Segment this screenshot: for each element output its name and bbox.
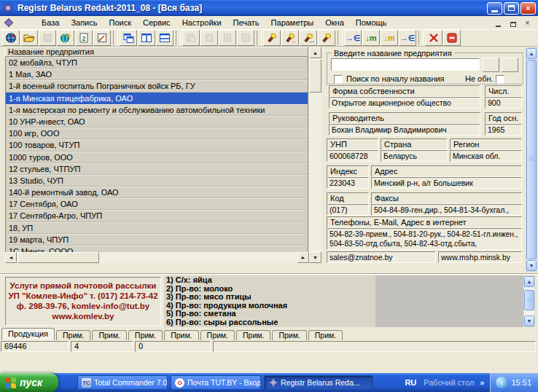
- list-vertical-scrollbar[interactable]: ▲ ▼: [309, 47, 321, 263]
- list-item[interactable]: 100 товаров, ЧТУП: [6, 139, 308, 151]
- menu-item[interactable]: Печать: [227, 17, 265, 28]
- director-field[interactable]: Бохан Владимир Владимирович: [329, 124, 480, 136]
- start-button[interactable]: пуск: [0, 373, 58, 392]
- scroll-up-arrow[interactable]: ▲: [309, 47, 321, 58]
- scroll-up-arrow[interactable]: ▲: [526, 48, 537, 59]
- phones-field[interactable]: 504-82-39-прием., 504-81-20-рук., 504-82…: [327, 228, 522, 250]
- menu-item[interactable]: Параметры: [265, 17, 320, 28]
- scroll-left-arrow[interactable]: ◄: [5, 252, 17, 263]
- scroll-thumb[interactable]: [17, 252, 99, 263]
- globe-sync-button[interactable]: [57, 30, 74, 46]
- list-item[interactable]: 1-я мастерская по ремонту и обслуживанию…: [6, 104, 308, 116]
- unp-field[interactable]: 600068728: [327, 150, 378, 162]
- list-item[interactable]: 12 стульев, ЧТПУП: [6, 163, 308, 175]
- toolbar-chevron[interactable]: »: [477, 378, 487, 387]
- search-dialog-button[interactable]: …: [300, 30, 317, 46]
- tab[interactable]: Прим.: [308, 330, 343, 340]
- country-field[interactable]: Беларусь: [381, 150, 448, 162]
- address-field[interactable]: Минский р-н, а/г Большевик: [371, 177, 522, 189]
- list-item[interactable]: 1-й военный госпиталь Пограничных войск …: [6, 80, 308, 92]
- menu-item[interactable]: Запись: [65, 17, 103, 28]
- database-globe-button[interactable]: [2, 30, 20, 46]
- restore-button[interactable]: [504, 2, 519, 15]
- desktop-toolbar-label[interactable]: Рабочий стол: [421, 378, 477, 387]
- mdi-close-button[interactable]: ×: [523, 19, 532, 27]
- merge-down-alt-button[interactable]: ↓m: [381, 30, 398, 46]
- merge-down-button[interactable]: ↓m: [362, 30, 380, 46]
- tile-vertical-button[interactable]: [138, 30, 155, 46]
- search-again-button[interactable]: [318, 30, 335, 46]
- append-to-set-alt-button[interactable]: →∈: [399, 30, 416, 46]
- scroll-thumb[interactable]: [524, 290, 534, 310]
- region-field[interactable]: Минская обл.: [450, 150, 522, 162]
- products-scrollbar[interactable]: ▲ ▼: [523, 275, 535, 327]
- scroll-thumb[interactable]: [526, 60, 537, 259]
- scroll-down-arrow[interactable]: ▼: [309, 251, 321, 263]
- email-field[interactable]: sales@znatnoe.by: [327, 251, 436, 263]
- list-item[interactable]: 1000 туров, ООО: [6, 152, 308, 163]
- list-item[interactable]: 18, УП: [6, 222, 308, 234]
- list-item[interactable]: 13 Studio, ЧУП: [6, 175, 308, 187]
- phone-code-field[interactable]: (017): [327, 204, 369, 216]
- tab[interactable]: Прим.: [128, 330, 163, 340]
- list-item[interactable]: 140-й ремонтный завод, ОАО: [6, 187, 308, 198]
- postcode-field[interactable]: 223043: [327, 177, 369, 189]
- list-item[interactable]: 1 Мая, ЗАО: [6, 68, 308, 80]
- task-total-commander[interactable]: TC Total Commander 7.0...: [77, 375, 168, 390]
- company-search-input[interactable]: [331, 58, 480, 71]
- minimize-button[interactable]: [487, 2, 502, 15]
- search-next-button[interactable]: →: [281, 30, 299, 46]
- menu-item[interactable]: Помощь: [350, 17, 393, 28]
- menu-item[interactable]: Сервис: [137, 17, 176, 28]
- task-registr-belarus[interactable]: Registr Belarus Reda...: [264, 375, 373, 390]
- edit-record-button[interactable]: [93, 30, 111, 46]
- staff-field[interactable]: 900: [485, 97, 522, 109]
- tab[interactable]: Прим.: [56, 330, 90, 340]
- open-second-base-button[interactable]: 2: [75, 30, 93, 46]
- tab[interactable]: Прим.: [236, 330, 270, 340]
- scroll-up-arrow[interactable]: ▲: [524, 276, 534, 287]
- list-horizontal-scrollbar[interactable]: ◄ ►: [5, 252, 309, 263]
- mdi-minimize-button[interactable]: [494, 19, 503, 27]
- search-by-start-checkbox[interactable]: [334, 75, 343, 84]
- cascade-windows-button[interactable]: [120, 30, 137, 46]
- list-item[interactable]: 10 УНР-инвест, ОАО: [6, 116, 308, 128]
- open-folder-button[interactable]: [20, 30, 38, 46]
- delete-record-button[interactable]: [425, 30, 443, 46]
- menu-item[interactable]: Настройки: [176, 17, 227, 28]
- detail-scrollbar[interactable]: ▲ ▼: [526, 47, 537, 272]
- founded-field[interactable]: 1965: [485, 124, 522, 136]
- tab[interactable]: Прим.: [272, 330, 306, 340]
- tab[interactable]: Продукция: [1, 328, 55, 340]
- task-mail-opera[interactable]: O Почта TUT.BY - Вход...: [171, 375, 261, 390]
- search-extra-button-2[interactable]: [502, 58, 518, 72]
- tab[interactable]: Прим.: [164, 330, 198, 340]
- list-item[interactable]: 17 Сентября, ОАО: [6, 198, 308, 210]
- list-item[interactable]: 1-я Минская птицефабрика, ОАО: [6, 93, 308, 104]
- list-item[interactable]: 02 мобайлз, ЧТУП: [6, 57, 308, 68]
- language-indicator[interactable]: RU: [400, 378, 421, 387]
- close-button[interactable]: ×: [521, 2, 536, 15]
- menu-item[interactable]: Окна: [319, 17, 350, 28]
- scroll-right-arrow[interactable]: ►: [297, 252, 309, 263]
- mdi-restore-button[interactable]: [508, 19, 518, 27]
- append-to-set-button[interactable]: →∈: [344, 30, 362, 46]
- scroll-down-arrow[interactable]: ▼: [526, 260, 537, 271]
- website-field[interactable]: www.mshp.minsk.by: [438, 251, 522, 263]
- list-item[interactable]: 1С Минск, СООО: [6, 246, 308, 252]
- list-item[interactable]: 19 марта, ЧПУП: [6, 234, 308, 246]
- tab[interactable]: Прим.: [92, 330, 126, 340]
- search-button[interactable]: [263, 30, 281, 46]
- menu-item[interactable]: Поиск: [103, 17, 136, 28]
- scroll-thumb[interactable]: [309, 59, 321, 93]
- search-extra-button-1[interactable]: [483, 58, 499, 72]
- scroll-down-arrow[interactable]: ▼: [524, 315, 534, 326]
- stop-remove-button[interactable]: [443, 30, 461, 46]
- ownership-field[interactable]: Открытое акционерное общество: [329, 97, 480, 109]
- tab[interactable]: Прим.: [200, 330, 235, 340]
- tile-horizontal-button[interactable]: [156, 30, 174, 46]
- list-column-header[interactable]: Название предприятия: [5, 47, 308, 57]
- fax-field[interactable]: 504-84-89-ген.дир., 504-81-34-бухгал.,: [371, 204, 522, 216]
- list-item[interactable]: 17 Сентября-Агро, ЧПУП: [6, 210, 308, 222]
- no-update-checkbox[interactable]: [496, 75, 504, 84]
